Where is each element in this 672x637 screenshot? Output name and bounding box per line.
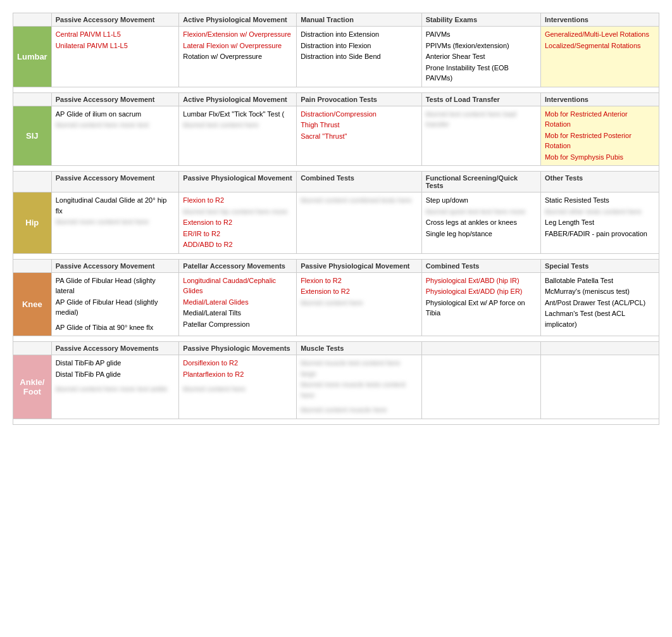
header-cell-sij-0: Passive Accessory Movement [51,92,179,106]
header-cell-sij-2: Pain Provocation Tests [297,92,422,106]
cell-item: Extension to R2 [301,286,418,297]
cell-item: Distal TibFib AP glide [56,358,175,369]
header-cell-lumbar-0: Passive Accessory Movement [51,13,179,27]
cell-item: Physiological Ext w/ AP force on Tibia [426,298,537,318]
cell-item: AP Glide of Fibular Head (slightly media… [56,297,175,318]
cell-item: Unilateral PAIVM L1-L5 [56,41,175,51]
data-cell-lumbar-0: Central PAIVM L1-L5Unilateral PAIVM L1-L… [51,27,179,87]
cell-item: Flexion to R2 [183,195,292,206]
spacer-row-hip [13,253,659,259]
cell-item: blurred content here [183,384,292,394]
data-row-sij: SIJAP Glide of ilium on sacrumblurred co… [13,106,659,166]
header-cell-knee-4: Special Tests [540,259,659,272]
cell-item: Ant/Post Drawer Test (ACL/PCL) [545,298,655,308]
cell-item: PPIVMs (flexion/extension) [426,41,537,51]
data-cell-knee-1: Longitudinal Caudad/Cephalic GlidesMedia… [179,272,297,336]
cell-item: ER/IR to R2 [183,229,292,239]
header-cell-sij-1: Active Physiological Movement [179,92,297,106]
section-label-ankle: Ankle/ Foot [13,355,52,419]
header-cell-ankle-3 [421,342,540,355]
cell-item: blurred more content text here [56,217,175,227]
cell-item: Distraction/Compression [301,109,418,120]
cell-item: Anterior Shear Test [426,51,537,62]
header-cell-ankle-2: Muscle Tests [297,342,422,355]
cell-item: blurred text content here load transfer [426,109,537,130]
cell-item: Single leg hop/stance [426,229,537,239]
cell-item: Rotation w/ Overpressure [183,51,292,62]
cell-item: Prone Instability Test (EOB PAIVMs) [426,63,537,84]
data-cell-ankle-0: Distal TibFib AP glideDistal TibFib PA g… [51,355,179,419]
header-cell-knee-3: Combined Tests [421,259,540,272]
data-cell-lumbar-1: Flexion/Extension w/ OverpressureLateral… [179,27,297,87]
header-cell-sij-3: Tests of Load Transfer [421,92,540,106]
cell-item: Lateral Flexion w/ Overpressure [183,41,292,51]
cell-item: Distal TibFib PA glide [56,369,175,380]
data-cell-ankle-4 [540,355,659,419]
cell-item: blurred content here more text ankle [56,384,175,394]
header-row-knee: Passive Accessory MovementPatellar Acces… [13,259,659,272]
cell-item: blurred text content here [183,120,292,130]
cell-item: Longitudinal Caudal Glide at 20° hip flx [56,195,175,216]
data-cell-sij-0: AP Glide of ilium on sacrumblurred conte… [51,106,179,166]
data-row-lumbar: LumbarCentral PAIVM L1-L5Unilateral PAIV… [13,27,659,87]
header-cell-ankle-1: Passive Physiologic Movements [179,342,297,355]
cell-item: Medial/Lateral Glides [183,297,292,308]
cell-item: FABER/FADIR - pain provocation [545,229,655,239]
header-row-ankle: Passive Accessory MovementsPassive Physi… [13,342,659,355]
cell-item: Generalized/Multi-Level Rotations [545,29,655,40]
data-cell-sij-2: Distraction/CompressionThigh ThrustSacra… [297,106,422,166]
header-cell-lumbar-4: Interventions [540,13,659,27]
cell-item: Mob for Restricted Posterior Rotation [545,130,655,151]
cell-item: Medial/Lateral Tilts [183,308,292,318]
data-cell-knee-4: Ballotable Patella TestMcMurray's (menis… [540,272,659,336]
header-row-hip: Passive Accessory MovementPassive Physio… [13,172,659,192]
header-cell-lumbar-1: Active Physiological Movement [179,13,297,27]
spacer-row-knee [13,336,659,342]
header-cell-knee-2: Passive Physiological Movement [297,259,422,272]
cell-item: Distraction into Flexion [301,41,418,51]
cell-item: blurred more muscle tests content here [301,379,418,400]
data-row-ankle: Ankle/ FootDistal TibFib AP glideDistal … [13,355,659,419]
cell-item: Central PAIVM L1-L5 [56,29,175,40]
cell-item: AP Glide of ilium on sacrum [56,109,175,120]
section-label-sij: SIJ [13,106,52,166]
cell-item: PAIVMs [426,29,537,40]
section-label-knee: Knee [13,272,52,336]
data-cell-knee-3: Physiological Ext/ABD (hip IR)Physiologi… [421,272,540,336]
data-cell-hip-0: Longitudinal Caudal Glide at 20° hip flx… [51,192,179,254]
cell-item: blurred other tests content here [545,206,655,217]
section-label-lumbar: Lumbar [13,27,52,87]
data-cell-ankle-3 [421,355,540,419]
cell-item: Static Resisted Tests [545,195,655,206]
header-cell-hip-4: Other Tests [540,172,659,192]
data-cell-knee-0: PA Glide of Fibular Head (slighty latera… [51,272,179,336]
data-cell-lumbar-2: Distraction into ExtensionDistraction in… [297,27,422,87]
cell-item: blurred muscle test content here large [301,358,418,379]
cell-item: blurred content muscle here [301,405,418,415]
data-cell-ankle-2: blurred muscle test content here largebl… [297,355,422,419]
cell-item: Mob for Symphysis Pubis [545,152,655,163]
header-cell-ankle-4 [540,342,659,355]
cell-item: Longitudinal Caudad/Cephalic Glides [183,275,292,296]
spacer-row-lumbar [13,87,659,92]
cell-item: Distraction into Side Bend [301,51,418,62]
header-cell-hip-3: Functional Screening/Quick Tests [421,172,540,192]
cell-item: Thigh Thrust [301,120,418,130]
cell-item: blurred content here more text [56,120,175,130]
data-cell-hip-4: Static Resisted Testsblurred other tests… [540,192,659,254]
data-cell-sij-4: Mob for Restricted Anterior RotationMob … [540,106,659,166]
cell-item: PA Glide of Fibular Head (slighty latera… [56,275,175,296]
header-row-lumbar: Passive Accessory MovementActive Physiol… [13,13,659,27]
header-cell-hip-0: Passive Accessory Movement [51,172,179,192]
cell-item: Physiological Ext/ADD (hip ER) [426,286,537,297]
header-row-sij: Passive Accessory MovementActive Physiol… [13,92,659,106]
data-cell-hip-1: Flexion to R2blurred text hip content he… [179,192,297,254]
cell-item: blurred quick test text here more [426,206,537,217]
header-cell-hip-2: Combined Tests [297,172,422,192]
cell-item: blurred content here [301,298,418,308]
cell-item: Flexion to R2 [301,275,418,286]
data-cell-hip-2: blurred content combined tests here [297,192,422,254]
cell-item: Lachman's Test (best ACL implicator) [545,308,655,329]
cell-item: Physiological Ext/ABD (hip IR) [426,275,537,286]
cell-item: McMurray's (meniscus test) [545,286,655,297]
